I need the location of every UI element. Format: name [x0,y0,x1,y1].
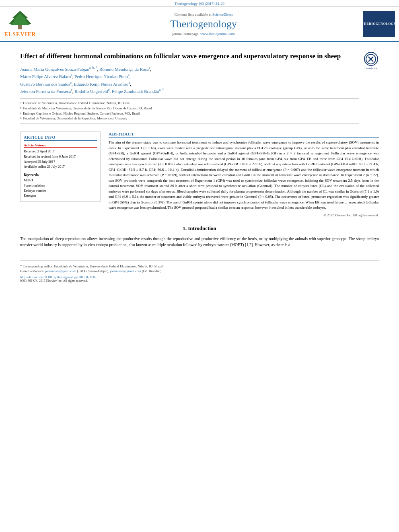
article-info-title: ARTICLE INFO [24,135,97,141]
affil-b: b Faculdade de Medicina Veterinária, Uni… [20,106,359,111]
email-line: E-mail addresses: joannavet@gmail.com (J… [20,269,379,274]
author-4: Pedro Henrique Nicolau Pinto [74,74,128,79]
elsevier-tree-icon [4,10,36,30]
affil-d: d Facultad de Veterinaria, Universidad d… [20,116,359,121]
article-title-section: Effect of different hormonal combination… [20,52,379,127]
journal-reference: Theriogenology 103 (2017) 24–29 [0,0,399,7]
keyword-embryo: Embryo transfer [24,188,97,193]
crossmark-text: CrossMark [364,67,377,70]
intro-number: 1. [183,225,187,231]
elsevier-logo-section: ELSEVIER [4,10,48,38]
homepage-url[interactable]: www.theriojournal.com [200,32,234,36]
corresponding-note: * Corresponding author. Faculdade de Vet… [20,264,379,269]
sciencedirect-link[interactable]: ScienceDirect [212,12,232,16]
received-date: Received 2 April 2017 [24,149,97,154]
revised-date: Received in revised form 6 June 2017 [24,154,97,159]
keywords-section: Keywords: MOET Superovulation Embryo tra… [24,173,97,198]
author-1: Joanna Maria Gonçalves Souza-Fabjan [20,67,89,72]
issn-text: 0093-691X/© 2017 Elsevier Inc. All right… [20,279,88,283]
abstract-text: The aim of the present study was to comp… [109,140,379,211]
author-9: Felipe Zandonadi Brandão [112,89,159,94]
introduction-section: 1. Introduction The manipulation of shee… [20,225,379,248]
main-content: Effect of different hormonal combination… [0,42,399,290]
email-2[interactable]: joannavet@gmail.com [110,269,141,273]
homepage-label: journal homepage: [173,32,200,36]
affil-a-text: Faculdade de Veterinária, Universidade F… [23,101,132,106]
intro-title-text: Introduction [188,225,216,231]
affil-a: a Faculdade de Veterinária, Universidade… [20,101,359,106]
journal-homepage: journal homepage: www.theriojournal.com [173,32,235,36]
email-label: E-mail addresses: [20,269,44,273]
keyword-estrogen: Estrogen [24,193,97,198]
crossmark-logo [364,52,378,66]
article-title-container: Effect of different hormonal combination… [20,52,359,127]
article-info-column: ARTICLE INFO Article history: Received 2… [20,131,101,217]
history-title: Article history: [24,143,97,148]
abstract-section: ABSTRACT The aim of the present study wa… [109,131,379,217]
journal-title: Theriogenology [170,18,237,30]
journal-logo-right: THERIOGENOLOGY [359,10,395,38]
article-title: Effect of different hormonal combination… [20,52,359,61]
journal-header: ELSEVIER Contents lists available at Sci… [0,7,399,42]
article-info-box: ARTICLE INFO Article history: Received 2… [20,131,101,202]
affiliations-section: a Faculdade de Veterinária, Universidade… [20,98,359,123]
two-column-layout: ARTICLE INFO Article history: Received 2… [20,131,379,217]
author-8: Rodolfo Ungerfeld [74,89,108,94]
affil-c-text: Embrapa Caprinos e Ovinos, Núcleo Region… [23,111,140,116]
abstract-column: ABSTRACT The aim of the present study wa… [109,131,379,217]
crossmark-section: CrossMark [363,52,379,70]
author-5: Gustavo Bervian dos Santos [20,81,70,86]
crossmark-icon [365,53,376,65]
keywords-title: Keywords: [24,173,97,177]
email-2-name: (FZ. Brandão). [142,269,162,273]
keyword-moet: MOET [24,178,97,183]
author-2: Rômulo Mendonça da Rosa [99,67,149,72]
available-date: Available online 26 July 2017 [24,164,97,169]
affil-b-text: Faculdade de Medicina Veterinária, Unive… [23,106,152,111]
doi-link[interactable]: http://dx.doi.org/10.1016/j.theriogenolo… [20,275,379,279]
logo-box-text: THERIOGENOLOGY [362,22,396,26]
elsevier-logo: ELSEVIER [4,10,36,38]
corresponding-note-text: * Corresponding author. Faculdade de Vet… [20,264,164,268]
footer-section: * Corresponding author. Faculdade de Vet… [20,260,379,286]
author-7: Jeferson Ferreira da Fonseca [20,89,71,94]
author-3: Mário Felipe Alvarez Balaro [20,74,71,79]
abstract-title: ABSTRACT [109,131,379,138]
author-6: Eduardo Kenji Nunes Arashiro [74,81,128,86]
intro-heading: 1. Introduction [20,225,379,232]
contents-line: Contents lists available at ScienceDirec… [175,12,233,16]
doi-text[interactable]: http://dx.doi.org/10.1016/j.theriogenolo… [20,275,95,279]
affil-d-text: Facultad de Veterinaria, Universidad de … [23,116,128,121]
email-1[interactable]: joannavet@gmail.com [45,269,76,273]
intro-text: The manipulation of sheep reproduction a… [20,236,379,248]
svg-rect-0 [18,25,22,29]
elsevier-text: ELSEVIER [4,31,36,38]
copyright-line: © 2017 Elsevier Inc. All rights reserved… [109,213,379,217]
accepted-date: Accepted 25 July 2017 [24,159,97,164]
authors-section: Joanna Maria Gonçalves Souza-Fabjana, b,… [20,66,359,95]
contents-text: Contents lists available at [175,12,212,16]
theriogenology-logo-box: THERIOGENOLOGY [363,11,395,37]
email-1-name: (J.M.G. Souza-Fabjan), [77,269,109,273]
affil-c: c Embrapa Caprinos e Ovinos, Núcleo Regi… [20,111,359,116]
journal-ref-text: Theriogenology 103 (2017) 24–29 [175,2,224,6]
keyword-superovulation: Superovulation [24,183,97,188]
journal-info-center: Contents lists available at ScienceDirec… [48,10,359,38]
issn-line: 0093-691X/© 2017 Elsevier Inc. All right… [20,279,379,283]
article-history: Article history: Received 2 April 2017 R… [24,143,97,169]
